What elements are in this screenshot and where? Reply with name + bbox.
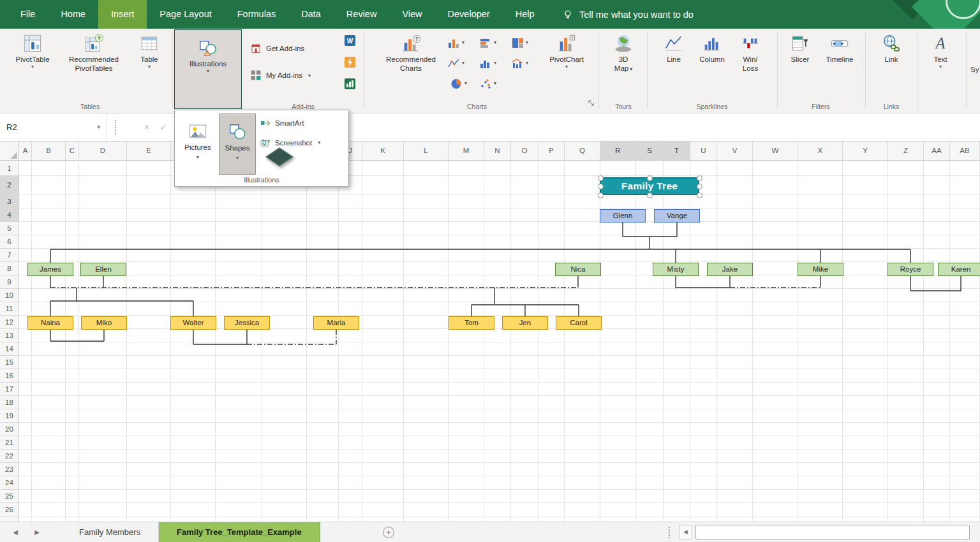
tree-node-jake[interactable]: Jake [707,263,753,276]
selection-handle[interactable] [598,184,604,189]
insert-pie-chart-button[interactable]: ▾ [450,76,473,91]
column-header-AB[interactable]: AB [950,142,980,160]
shapes-button[interactable]: Shapes ▾ [219,114,256,175]
name-box-dropdown-icon[interactable]: ▾ [97,114,100,141]
insert-hierarchy-chart-button[interactable]: ▾ [512,35,535,50]
tree-node-james[interactable]: James [27,263,73,276]
ribbon-tab-file[interactable]: File [8,0,48,29]
selection-handle[interactable] [697,184,702,189]
row-header-12[interactable]: 12 [0,316,19,329]
tree-node-jen[interactable]: Jen [502,316,548,330]
ribbon-tab-view[interactable]: View [389,0,434,29]
smartart-button[interactable]: SmartArt [260,115,347,131]
pivotchart-button[interactable]: PivotChart ▾ [544,31,590,101]
tree-node-karen[interactable]: Karen [938,263,980,276]
winloss-sparkline-button[interactable]: Win/ Loss [732,31,768,101]
row-header-2[interactable]: 2 [0,176,19,194]
ribbon-tab-review[interactable]: Review [334,0,390,29]
row-header-25[interactable]: 25 [0,490,19,503]
column-header-X[interactable]: X [798,142,843,160]
formula-bar-separator[interactable] [115,120,116,135]
column-header-Q[interactable]: Q [565,142,600,160]
column-header-K[interactable]: K [362,142,404,160]
enter-icon[interactable]: ✓ [157,114,170,141]
my-addins-button[interactable]: My Add-ins ▾ [250,67,311,84]
timeline-button[interactable]: Timeline [820,31,859,101]
tree-node-naina[interactable]: Naina [27,316,73,330]
selection-handle[interactable] [647,193,653,198]
tree-node-jessica[interactable]: Jessica [224,316,270,330]
office-addin-bolt-icon[interactable] [345,57,355,68]
sheet-tab-family-tree-template-example[interactable]: Family Tree_Template_Example [159,522,320,542]
tab-bar-separator[interactable] [669,527,670,538]
row-header-18[interactable]: 18 [0,396,19,409]
selection-handle[interactable] [598,193,604,198]
office-addin-graph-icon[interactable] [345,78,355,89]
column-header-D[interactable]: D [79,142,127,160]
selection-handle[interactable] [598,175,604,181]
column-header-W[interactable]: W [753,142,798,160]
row-header-9[interactable]: 9 [0,275,19,289]
row-header-15[interactable]: 15 [0,356,19,369]
row-header-14[interactable]: 14 [0,342,19,356]
selection-handle[interactable] [697,193,702,198]
column-header-Y[interactable]: Y [843,142,888,160]
column-header-O[interactable]: O [511,142,538,160]
column-header-Z[interactable]: Z [888,142,924,160]
illustrations-button[interactable]: Illustrations ▾ [174,29,242,109]
row-header-11[interactable]: 11 [0,302,19,316]
ribbon-tab-help[interactable]: Help [503,0,547,29]
recommended-charts-button[interactable]: ? Recommended Charts [380,31,442,101]
ribbon-tab-data[interactable]: Data [288,0,334,29]
row-header-13[interactable]: 13 [0,329,19,342]
sheet-nav-left-icon[interactable]: ◀ [9,522,22,542]
link-button[interactable]: Link [873,31,910,101]
name-box[interactable]: R2 ▾ [0,114,107,141]
tree-title[interactable]: Family Tree [600,177,699,195]
column-sparkline-button[interactable]: Column [695,31,729,101]
insert-line-chart-button[interactable]: ▾ [448,55,471,71]
selection-handle[interactable] [647,175,653,181]
column-header-P[interactable]: P [538,142,565,160]
ribbon-tab-developer[interactable]: Developer [435,0,503,29]
tree-node-mike[interactable]: Mike [798,263,843,276]
row-header-6[interactable]: 6 [0,235,19,249]
tree-node-vange[interactable]: Vange [654,209,700,223]
text-button[interactable]: A Text ▾ [923,31,958,101]
scrollbar-thumb[interactable] [695,525,970,539]
tree-node-maria[interactable]: Maria [313,316,359,330]
office-addin-w-icon[interactable]: W [345,35,355,46]
row-header-7[interactable]: 7 [0,249,19,262]
insert-statistic-chart-button[interactable]: ▾ [480,55,503,71]
insert-combo-chart-button[interactable]: ▾ [512,55,535,71]
row-header-1[interactable]: 1 [0,161,19,176]
column-header-T[interactable]: T [664,142,690,160]
column-header-B[interactable]: B [32,142,66,160]
tree-node-misty[interactable]: Misty [653,263,699,276]
row-header-22[interactable]: 22 [0,450,19,463]
tree-node-nica[interactable]: Nica [555,263,601,276]
pivottable-button[interactable]: PivotTable ▾ [11,31,54,101]
tree-node-miko[interactable]: Miko [81,316,127,330]
scroll-left-button[interactable]: ◀ [679,525,692,539]
row-header-5[interactable]: 5 [0,222,19,235]
pictures-button[interactable]: Pictures ▾ [178,114,218,175]
column-header-U[interactable]: U [690,142,717,160]
table-button[interactable]: Table ▾ [130,31,168,101]
ribbon-tab-home[interactable]: Home [48,0,98,29]
row-header-20[interactable]: 20 [0,423,19,436]
row-header-4[interactable]: 4 [0,209,19,222]
row-header-24[interactable]: 24 [0,476,19,490]
tree-node-walter[interactable]: Walter [170,316,216,330]
insert-column-chart-button[interactable]: ▾ [448,35,471,50]
row-header-3[interactable]: 3 [0,194,19,209]
insert-bar-chart-button[interactable]: ▾ [480,35,503,50]
select-all-corner[interactable] [0,142,19,161]
line-sparkline-button[interactable]: Line [657,31,690,101]
column-header-E[interactable]: E [127,142,171,160]
recommended-pivottables-button[interactable]: ? Recommended PivotTables [60,31,128,101]
tree-node-carol[interactable]: Carol [556,316,602,330]
row-header-17[interactable]: 17 [0,383,19,396]
tree-node-ellen[interactable]: Ellen [80,263,126,276]
slicer-button[interactable]: Slicer [782,31,818,101]
